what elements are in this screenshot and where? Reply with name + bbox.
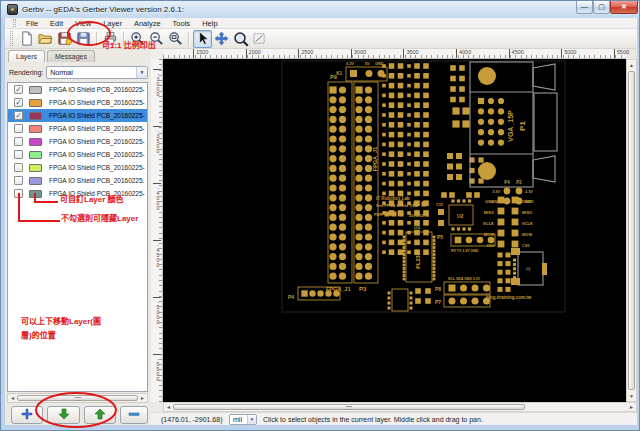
ruler-tick-label: 2500 <box>298 49 313 58</box>
layer-color-swatch[interactable] <box>29 164 42 172</box>
remove-layer-button[interactable] <box>120 406 148 424</box>
window-title: Gerbv -- gEDA's Gerber Viewer version 2.… <box>22 5 184 14</box>
measure-tool-button[interactable] <box>250 30 269 48</box>
new-file-button[interactable] <box>17 30 36 48</box>
layer-row[interactable]: FPGA IO Shield PCB_20160225- <box>8 122 147 135</box>
pan-tool-button[interactable] <box>212 30 231 48</box>
layer-row[interactable]: FPGA IO Shield PCB_20160225- <box>8 161 147 174</box>
layer-color-swatch[interactable] <box>29 151 42 159</box>
scroll-down-icon[interactable]: ▼ <box>627 391 636 401</box>
layer-visibility-checkbox[interactable] <box>14 137 23 146</box>
ruler-tick-label: -3500 <box>153 126 161 153</box>
unit-value: mil <box>233 416 242 423</box>
layer-color-swatch[interactable] <box>29 99 42 107</box>
scroll-up-icon[interactable]: ▲ <box>627 60 636 70</box>
scroll-left-icon[interactable]: ◄ <box>164 404 173 410</box>
close-button[interactable]: ✕ <box>610 1 638 14</box>
layer-color-swatch[interactable] <box>29 177 42 185</box>
menu-help[interactable]: Help <box>196 19 223 28</box>
ruler-tick-label: -5000 <box>153 297 161 324</box>
layer-color-swatch[interactable] <box>29 112 42 120</box>
pcb-label-spi-sclk: SCLK <box>483 221 494 226</box>
app-icon <box>7 4 18 15</box>
layer-row[interactable]: ✓FPGA IO Shield PCB_20160225- <box>8 83 147 96</box>
layer-visibility-checkbox[interactable] <box>14 163 23 172</box>
rendering-select[interactable]: Normal▼ <box>46 66 148 79</box>
tab-messages[interactable]: Messages <box>47 50 95 62</box>
canvas-horizontal-scrollbar[interactable]: ◄► <box>163 402 637 412</box>
pcb-label-p2: P2 <box>516 180 522 185</box>
layer-list: ✓FPGA IO Shield PCB_20160225-✓FPGA IO Sh… <box>7 82 148 392</box>
pan-icon <box>214 31 229 46</box>
layer-visibility-checkbox[interactable]: ✓ <box>14 85 23 94</box>
ruler-tick-label: -5500 <box>153 354 161 381</box>
annotation-print-note: 可1:1 比例印出 <box>102 39 156 50</box>
layer-name: FPGA IO Shield PCB_20160225- <box>49 138 145 145</box>
scroll-right-icon[interactable]: ► <box>627 404 636 410</box>
layer-row[interactable]: FPGA IO Shield PCB_20160225- <box>8 148 147 161</box>
scroll-left-icon[interactable]: ◄ <box>8 395 17 401</box>
pcb-label-p8: P8 <box>435 286 441 292</box>
horizontal-ruler: 150020002500300035004000450050005500 <box>163 49 626 59</box>
layer-row[interactable]: ✓FPGA IO Shield PCB_20160225- <box>8 96 147 109</box>
annotation-hide-note: 不勾選則可隱藏Layer <box>61 212 138 223</box>
magnifier-icon <box>233 31 249 47</box>
layer-name: FPGA IO Shield PCB_20160225- <box>49 151 145 158</box>
scroll-right-icon[interactable]: ► <box>138 395 147 401</box>
pcb-label-spi-cs1: CS1 <box>522 243 531 248</box>
scroll-thumb[interactable] <box>173 404 525 410</box>
chevron-down-icon: ▼ <box>247 415 256 424</box>
menu-analyze[interactable]: Analyze <box>128 19 167 28</box>
pointer-tool-button[interactable] <box>193 30 212 48</box>
pcb-label-spi-miso: MISO <box>484 210 494 215</box>
layer-name: FPGA IO Shield PCB_20160225. <box>49 177 144 184</box>
rendering-value: Normal <box>50 69 73 76</box>
annotation-line <box>18 193 20 221</box>
ruler-tick-label: -4000 <box>153 183 161 210</box>
menu-tools[interactable]: Tools <box>167 19 197 28</box>
open-file-button[interactable] <box>36 30 55 48</box>
pcb-label-vga: VGA_15P <box>507 110 514 142</box>
pcb-label-board: Sea FPGA Shield V1.0 <box>376 203 418 208</box>
layer-row[interactable]: FPGA IO Shield PCB_20160225. <box>8 174 147 187</box>
pcb-label-c12: C12 <box>436 203 443 207</box>
layer-color-swatch[interactable] <box>29 190 42 198</box>
pcb-label-3v3: 3.3V <box>346 62 354 66</box>
layer-color-swatch[interactable] <box>29 138 42 146</box>
zoom-fit-button[interactable] <box>166 30 185 48</box>
layer-row[interactable]: FPGA IO Shield PCB_20160225- <box>8 135 147 148</box>
pcb-label-j1: J1 <box>526 266 531 271</box>
ruler-tick-label: 3000 <box>351 49 366 58</box>
layer-visibility-checkbox[interactable]: ✓ <box>14 98 23 107</box>
layer-color-swatch[interactable] <box>29 125 42 133</box>
menu-edit[interactable]: Edit <box>44 19 69 28</box>
open-folder-icon <box>38 31 53 46</box>
zoom-tool-button[interactable] <box>231 30 250 48</box>
menu-file[interactable]: File <box>20 19 44 28</box>
plus-icon <box>21 406 33 424</box>
layer-visibility-checkbox[interactable]: ✓ <box>14 111 23 120</box>
pcb-drawing: P9 FPGA_J1 FPGA_J1 P3 3.3V 5V GND K1 <box>163 59 626 402</box>
layer-color-swatch[interactable] <box>29 86 42 94</box>
pcb-label-k1: K1 <box>336 71 342 76</box>
minimize-button[interactable]: — <box>576 1 593 14</box>
layer-visibility-checkbox[interactable] <box>14 124 23 133</box>
status-hint: Click to select objects in the current l… <box>263 416 483 423</box>
unit-select[interactable]: mil▼ <box>229 414 257 425</box>
pcb-label-3v3-left: 3.3V <box>492 190 500 194</box>
pcb-label-spi-mosi2: MOSI <box>522 232 532 237</box>
ruler-tick-label: 3500 <box>403 49 418 58</box>
tab-layers[interactable]: Layers <box>8 50 45 62</box>
layer-row[interactable]: ✓FPGA IO Shield PCB_20160225- <box>8 109 147 122</box>
layer-visibility-checkbox[interactable] <box>14 176 23 185</box>
title-bar[interactable]: Gerbv -- gEDA's Gerber Viewer version 2.… <box>1 1 640 18</box>
canvas-vertical-scrollbar[interactable]: ▲▼ <box>626 59 637 402</box>
scroll-thumb[interactable] <box>628 71 635 390</box>
layer-visibility-checkbox[interactable] <box>14 150 23 159</box>
ruler-tick-label: 5500 <box>614 49 629 58</box>
maximize-button[interactable]: ▢ <box>593 1 610 14</box>
gerber-canvas[interactable]: P9 FPGA_J1 FPGA_J1 P3 3.3V 5V GND K1 <box>163 59 626 402</box>
ruler-tick-label: 4000 <box>456 49 471 58</box>
ruler-corner <box>151 49 163 59</box>
rendering-label: Rendering: <box>9 69 43 76</box>
